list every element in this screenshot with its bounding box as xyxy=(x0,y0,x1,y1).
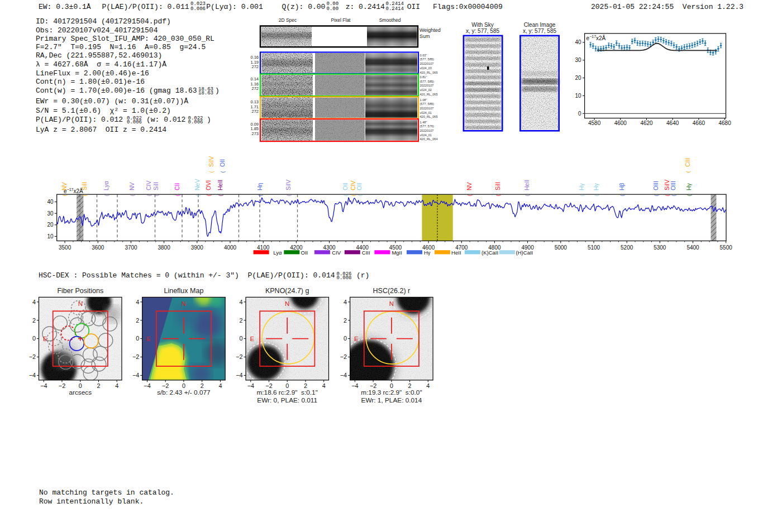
svg-text:2: 2 xyxy=(32,317,36,324)
svg-text:4: 4 xyxy=(136,299,139,305)
svg-text:HSC(26.2) r: HSC(26.2) r xyxy=(373,287,411,295)
svg-text:20220107: 20220107 xyxy=(420,129,434,132)
svg-text:20: 20 xyxy=(47,222,54,228)
svg-text:Hγ: Hγ xyxy=(424,250,431,256)
svg-text:): ) xyxy=(215,87,220,95)
svg-text:Clean Image: Clean Image xyxy=(524,22,556,28)
svg-text:OII: OII xyxy=(219,159,226,167)
svg-text:4: 4 xyxy=(344,299,347,305)
svg-text:HeII: HeII xyxy=(523,180,530,190)
svg-text:4580: 4580 xyxy=(588,120,601,126)
svg-text:NV: NV xyxy=(128,182,135,190)
svg-text:−4: −4 xyxy=(247,382,254,389)
svg-text:3600: 3600 xyxy=(92,245,104,251)
svg-text:4: 4 xyxy=(32,299,36,305)
svg-text:Primary Spec_Slot_IFU_AMP: 420: Primary Spec_Slot_IFU_AMP: 420_030_050_R… xyxy=(36,35,214,43)
svg-text:E: E xyxy=(43,336,47,342)
svg-text:Smoothed: Smoothed xyxy=(379,17,401,23)
svg-text:E: E xyxy=(354,336,359,342)
svg-text:SiIV: SiIV xyxy=(285,180,292,190)
svg-text:Lyα: Lyα xyxy=(103,181,109,190)
svg-text:272: 272 xyxy=(251,64,259,69)
svg-text:EWr: 0, PLAE: 0.011: EWr: 0, PLAE: 0.011 xyxy=(257,396,317,404)
svg-text:−2: −2 xyxy=(29,353,36,360)
svg-text:Hβ: Hβ xyxy=(618,183,625,190)
svg-text:(: ( xyxy=(286,195,292,196)
svg-text:(: ( xyxy=(130,195,135,196)
svg-text:5100: 5100 xyxy=(588,245,600,251)
svg-text:SiIV: SiIV xyxy=(208,156,214,167)
svg-text:10: 10 xyxy=(575,93,581,99)
svg-text:EWr = 0.30(±0.07) (w: 0.31(±0.: EWr = 0.30(±0.07) (w: 0.31(±0.07))Å xyxy=(36,97,188,106)
svg-text:0.81": 0.81" xyxy=(420,75,427,79)
svg-text:OIII: OIII xyxy=(652,181,659,190)
svg-text:(577, 585): (577, 585) xyxy=(420,102,435,106)
svg-text:420_RL_065: 420_RL_065 xyxy=(420,71,438,74)
svg-text:(577, 585): (577, 585) xyxy=(420,80,435,83)
svg-text:P(Lyα): 0.001: P(Lyα): 0.001 xyxy=(206,3,263,11)
svg-text:30: 30 xyxy=(575,57,581,63)
svg-text:(: ( xyxy=(671,195,676,196)
svg-text:−2: −2 xyxy=(132,353,139,360)
svg-text:3800: 3800 xyxy=(158,245,170,251)
svg-text:−4: −4 xyxy=(144,382,150,389)
svg-text:MgII: MgII xyxy=(392,250,402,256)
svg-text:λ = 4627.68Å σ = 4.16(±1.17)Å: λ = 4627.68Å σ = 4.16(±1.17)Å xyxy=(36,60,166,69)
svg-text:HeII: HeII xyxy=(217,180,223,190)
svg-text:x, y: 577, 585: x, y: 577, 585 xyxy=(466,28,499,34)
svg-text:v024_02: v024_02 xyxy=(420,88,432,92)
svg-text:Hγ: Hγ xyxy=(578,183,585,190)
svg-text:(: ( xyxy=(82,195,88,196)
svg-text:(: ( xyxy=(594,195,599,196)
svg-text:4: 4 xyxy=(322,382,326,389)
svg-text:(: ( xyxy=(351,195,356,196)
svg-text:(: ( xyxy=(524,195,530,196)
svg-text:4660: 4660 xyxy=(693,120,705,126)
svg-text:2D Spec: 2D Spec xyxy=(279,17,297,23)
svg-text:(: ( xyxy=(195,195,201,196)
svg-text:Cont(w) = 1.70(±0.00)e-16 (gma: Cont(w) = 1.70(±0.00)e-16 (gmag 18.63 xyxy=(36,87,197,95)
svg-text:0.2414: 0.2414 xyxy=(386,6,404,12)
svg-text:CII: CII xyxy=(174,183,180,190)
svg-text:(: ( xyxy=(685,171,691,173)
svg-text:273: 273 xyxy=(251,131,259,136)
svg-text:OII: OII xyxy=(301,250,308,256)
svg-text:4680: 4680 xyxy=(718,120,731,126)
svg-text:N: N xyxy=(182,300,186,307)
svg-text:30: 30 xyxy=(47,210,54,217)
svg-text:(: ( xyxy=(258,195,263,196)
svg-text:CIII: CIII xyxy=(362,250,370,256)
svg-text:z: 0.2414: z: 0.2414 xyxy=(346,3,385,11)
svg-text:(: ( xyxy=(619,195,625,196)
svg-text:Hγ: Hγ xyxy=(685,183,692,190)
svg-text:272: 272 xyxy=(251,109,259,114)
svg-text:−2: −2 xyxy=(340,353,347,360)
svg-text:CIII: CIII xyxy=(684,158,691,167)
svg-text:arcsecs: arcsecs xyxy=(69,389,92,396)
svg-text:0.006: 0.006 xyxy=(188,119,203,125)
svg-text:272: 272 xyxy=(251,86,259,91)
svg-text:3700: 3700 xyxy=(125,245,137,251)
svg-text:(: ( xyxy=(206,195,212,196)
svg-text:4620: 4620 xyxy=(640,120,653,126)
svg-text:(K)CaII: (K)CaII xyxy=(481,250,498,256)
svg-text:NV: NV xyxy=(61,182,68,190)
svg-text:40: 40 xyxy=(47,199,54,205)
svg-text:(w: 0.012: (w: 0.012 xyxy=(146,116,185,124)
svg-text:4: 4 xyxy=(218,382,222,389)
svg-text:420_RL_065: 420_RL_065 xyxy=(420,93,438,96)
svg-text:(: ( xyxy=(467,195,473,196)
svg-text:e−17x2Å: e−17x2Å xyxy=(586,35,606,41)
svg-text:(: ( xyxy=(654,195,659,196)
svg-text:2: 2 xyxy=(239,317,242,324)
svg-text:−4: −4 xyxy=(132,372,139,378)
svg-text:OII: OII xyxy=(342,183,349,190)
svg-text:0.006: 0.006 xyxy=(190,6,206,12)
svg-text:(577, 585): (577, 585) xyxy=(420,57,435,61)
svg-text:With Sky: With Sky xyxy=(471,22,493,28)
svg-text:5500: 5500 xyxy=(720,245,733,251)
svg-text:4: 4 xyxy=(115,382,118,389)
svg-text:OVI: OVI xyxy=(205,180,212,190)
svg-text:3500: 3500 xyxy=(59,245,71,251)
svg-text:20220107: 20220107 xyxy=(420,107,434,110)
